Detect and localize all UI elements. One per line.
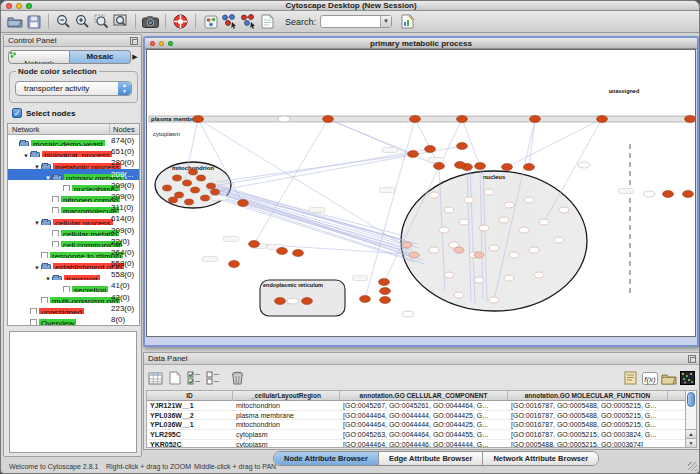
network-node[interactable] [504, 275, 514, 281]
unselect-attributes-icon[interactable] [203, 369, 222, 388]
float-panel-icon[interactable] [130, 37, 138, 45]
tree-item[interactable]: secretion41(0) [8, 280, 139, 291]
tree-item[interactable]: cellular metabo209(0) [8, 225, 139, 236]
label-icon[interactable] [621, 369, 640, 388]
network-node[interactable] [509, 252, 519, 258]
network-node[interactable] [173, 175, 182, 181]
column-header[interactable]: ID [147, 391, 233, 401]
network-node[interactable] [489, 245, 499, 251]
zoom-in-icon[interactable] [73, 12, 92, 31]
network-node[interactable] [504, 202, 514, 208]
network-node[interactable] [410, 116, 421, 123]
network-edge[interactable] [211, 188, 417, 244]
network-node[interactable] [519, 227, 529, 233]
float-data-panel-icon[interactable] [688, 355, 696, 363]
search-input[interactable]: ▼ [320, 15, 392, 28]
network-node[interactable] [479, 225, 489, 231]
network-node[interactable] [380, 297, 391, 304]
network-node[interactable] [534, 272, 544, 278]
network-node[interactable] [454, 247, 464, 253]
zoom-selected-icon[interactable] [92, 12, 111, 31]
network-node[interactable] [597, 116, 608, 123]
table-vertical-scrollbar[interactable]: ▲ ▼ [685, 390, 697, 448]
network-node[interactable] [539, 219, 549, 225]
network-edge[interactable] [219, 194, 423, 260]
network-node[interactable] [175, 192, 184, 198]
network-node[interactable] [163, 185, 172, 191]
help-icon[interactable] [171, 12, 190, 31]
network-node[interactable] [293, 250, 304, 257]
table-row[interactable]: YPL036W__2plasma membrane[GO:0044464, GO… [147, 411, 685, 421]
network-node[interactable] [360, 296, 371, 303]
network-window-titlebar[interactable]: primary metabolic process [145, 38, 697, 49]
network-node[interactable] [663, 191, 674, 198]
network-node[interactable] [429, 192, 439, 198]
annotation-icon[interactable] [258, 12, 277, 31]
tree-item[interactable]: macromolecule311(0) [8, 202, 139, 213]
tree-item[interactable]: ▼biological_process651(0) [8, 146, 139, 157]
window-titlebar[interactable]: Cytoscape Desktop (New Session) [1, 1, 700, 11]
table-row[interactable]: YKR052Ccytoplasm[GO:0044464, GO:0044446,… [147, 440, 685, 448]
tree-item[interactable]: Overview8(0) [8, 314, 139, 325]
network-node[interactable] [489, 297, 499, 303]
network-node[interactable] [408, 151, 419, 158]
network-node[interactable] [434, 163, 445, 170]
network-node[interactable] [402, 311, 414, 317]
network-canvas[interactable]: plasma membranecytoplasmmitochondrionnuc… [146, 49, 696, 337]
network-node[interactable] [475, 163, 486, 170]
import-attributes-icon[interactable] [659, 369, 678, 388]
scroll-up-icon[interactable]: ▲ [686, 429, 696, 438]
network-node[interactable] [578, 162, 590, 168]
network-edge[interactable] [365, 119, 415, 299]
table-row[interactable]: YJR121W__1mitochondrion[GO:0045267, GO:0… [147, 401, 685, 411]
network-node[interactable] [444, 272, 454, 278]
tree-item[interactable]: nitrogen compo209(0) [8, 191, 139, 202]
network-node[interactable] [459, 219, 469, 225]
network-node[interactable] [238, 200, 249, 207]
network-node[interactable] [169, 197, 178, 203]
matrix-icon[interactable] [678, 369, 697, 388]
select-attributes-icon[interactable] [184, 369, 203, 388]
network-node[interactable] [502, 164, 513, 171]
tree-item[interactable]: response to stimulu264(0) [8, 247, 139, 258]
resize-grip[interactable] [688, 462, 697, 471]
network-node[interactable] [524, 197, 534, 203]
network-node[interactable] [425, 146, 436, 153]
network-node[interactable] [193, 116, 204, 123]
network-node[interactable] [409, 252, 419, 258]
network-node[interactable] [530, 116, 541, 123]
open-icon[interactable] [5, 12, 24, 31]
attribute-table-icon[interactable] [146, 369, 165, 388]
network-node[interactable] [323, 116, 334, 123]
network-node[interactable] [474, 252, 484, 258]
column-header[interactable]: _cellularLayoutRegion [233, 391, 340, 401]
network-node[interactable] [439, 227, 449, 233]
network-edge[interactable] [328, 119, 439, 166]
tree-item[interactable]: cell communicat22(0) [8, 236, 139, 247]
column-header[interactable]: annotation.GO MOLECULAR_FUNCTION [508, 391, 668, 401]
network-node[interactable] [444, 207, 454, 213]
tree-item[interactable]: mosaic-demo-yeast874(0) [8, 135, 139, 146]
scroll-down-icon[interactable]: ▼ [686, 438, 696, 447]
network-node[interactable] [464, 197, 474, 203]
network-node[interactable] [183, 180, 192, 186]
network-node[interactable] [499, 217, 509, 223]
network-node[interactable] [529, 247, 539, 253]
select-nodes-checkbox[interactable]: ✓ [12, 108, 22, 118]
network-node[interactable] [185, 199, 194, 205]
network-graph[interactable]: plasma membranecytoplasmmitochondrionnuc… [147, 50, 695, 336]
function-builder-icon[interactable]: f(x) [640, 369, 659, 388]
network-edge[interactable] [215, 196, 425, 264]
network-node[interactable] [201, 195, 210, 201]
network-edge[interactable] [462, 119, 480, 166]
tree-item[interactable]: nucleobase-209(0) [8, 180, 139, 191]
select-network-nodes-icon[interactable] [220, 12, 239, 31]
network-node[interactable] [685, 116, 696, 123]
network-node[interactable] [457, 143, 468, 150]
zoom-fit-icon[interactable] [111, 12, 130, 31]
table-row[interactable]: YPL036W__1mitochondrion[GO:0044464, GO:0… [147, 420, 685, 430]
network-node[interactable] [643, 191, 655, 197]
combobox-stepper-icon[interactable]: ▲▼ [118, 82, 131, 95]
network-node[interactable] [207, 183, 216, 189]
tree-item[interactable]: ▼cellular process614(0) [8, 213, 139, 224]
